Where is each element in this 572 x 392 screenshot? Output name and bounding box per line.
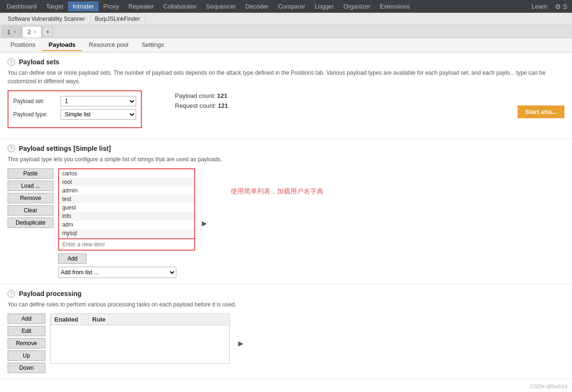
nav-item-extensions[interactable]: Extensions: [375, 1, 415, 11]
proc-table-header: Enabled Rule: [51, 314, 229, 325]
tab-payloads[interactable]: Payloads: [42, 39, 82, 51]
top-nav: Dashboard Target Intruder Proxy Repeater…: [0, 0, 572, 13]
proc-table-wrapper: Enabled Rule: [50, 314, 230, 364]
proc-scroll-arrow[interactable]: ▶: [238, 340, 243, 347]
nav-item-target[interactable]: Target: [42, 1, 68, 11]
tab-1-close[interactable]: ×: [13, 29, 16, 35]
tab-1[interactable]: 1 ×: [2, 26, 21, 37]
tab-resource-pool[interactable]: Resource pool: [82, 39, 135, 51]
nav-item-comparer[interactable]: Comparer: [273, 1, 310, 11]
proc-col-enabled-header: Enabled: [51, 314, 88, 325]
tab-1-label: 1: [7, 28, 10, 35]
nav-item-sequencer[interactable]: Sequencer: [201, 1, 241, 11]
tab-settings[interactable]: Settings: [135, 39, 171, 51]
extension-bar: Software Vulnerability Scanner BurpJSLin…: [0, 13, 572, 25]
proc-down-button[interactable]: Down: [8, 363, 45, 373]
sub-tab-row: Positions Payloads Resource pool Setting…: [0, 38, 572, 52]
list-box-area: carlos root admin test guest info adm my…: [58, 168, 195, 278]
add-from-list-select[interactable]: Add from list ...: [58, 267, 176, 278]
tab-2[interactable]: 2 ×: [22, 26, 42, 37]
request-count-value: 121: [218, 102, 228, 109]
chinese-annotation: 使用简单列表，加载用户名字典: [231, 187, 323, 196]
proc-table-body: [51, 325, 229, 363]
payload-type-label: Payload type:: [13, 111, 61, 118]
list-item[interactable]: admin: [59, 186, 194, 195]
payload-processing-help[interactable]: ?: [8, 290, 15, 297]
add-button[interactable]: Add: [58, 253, 87, 264]
list-item[interactable]: root: [59, 178, 194, 186]
main-content: ? Payload sets You can define one or mor…: [0, 52, 572, 392]
scroll-right-arrow[interactable]: ▶: [202, 219, 207, 227]
payload-sets-section: ? Payload sets You can define one or mor…: [0, 52, 572, 139]
proc-remove-button[interactable]: Remove: [8, 338, 45, 348]
nav-item-organizer[interactable]: Organizer: [338, 1, 375, 11]
settings-gear-icon[interactable]: ⚙ S: [552, 1, 570, 12]
list-item[interactable]: guest: [59, 203, 194, 212]
new-item-input[interactable]: [58, 239, 195, 251]
payload-form: Payload set: 1 2 3 Payload type: Simple …: [8, 90, 142, 128]
load-button[interactable]: Load ...: [8, 181, 53, 191]
list-action-buttons: Paste Load ... Remove Clear Deduplicate: [8, 168, 53, 228]
payload-listbox[interactable]: carlos root admin test guest info adm my…: [58, 168, 195, 239]
payload-sets-title: Payload sets: [19, 58, 60, 66]
payload-processing-title: Payload processing: [19, 290, 81, 297]
list-item[interactable]: info: [59, 212, 194, 220]
list-item[interactable]: adm: [59, 220, 194, 229]
payload-type-select[interactable]: Simple list Runtime file Custom iterator…: [61, 109, 136, 120]
list-item[interactable]: carlos: [59, 169, 194, 178]
proc-up-button[interactable]: Up: [8, 350, 45, 361]
nav-item-collaborator[interactable]: Collaborator: [158, 1, 201, 11]
payload-set-label: Payload set:: [13, 98, 61, 105]
payload-processing-section: ? Payload processing You can define rule…: [0, 284, 572, 379]
payload-processing-desc: You can define rules to perform various …: [8, 300, 564, 309]
processing-action-buttons: Add Edit Remove Up Down: [8, 314, 45, 373]
nav-item-decoder[interactable]: Decoder: [241, 1, 273, 11]
payload-settings-help[interactable]: ?: [8, 145, 15, 152]
payload-settings-desc: This payload type lets you configure a s…: [8, 155, 564, 164]
ext-item-jslinkfinder[interactable]: BurpJSLinkFinder: [90, 15, 145, 23]
request-count-label: Request count:: [175, 102, 216, 109]
proc-col-rule-header: Rule: [88, 314, 229, 325]
new-tab-button[interactable]: +: [43, 26, 53, 37]
remove-button[interactable]: Remove: [8, 193, 53, 203]
nav-item-intruder[interactable]: Intruder: [68, 1, 99, 11]
deduplicate-button[interactable]: Deduplicate: [8, 218, 53, 228]
ext-item-scanner[interactable]: Software Vulnerability Scanner: [3, 15, 90, 23]
paste-button[interactable]: Paste: [8, 168, 53, 179]
payload-count-label: Payload count:: [175, 92, 216, 99]
payload-settings-title: Payload settings [Simple list]: [19, 145, 111, 152]
nav-item-proxy[interactable]: Proxy: [99, 1, 124, 11]
nav-item-logger[interactable]: Logger: [310, 1, 338, 11]
start-attack-button[interactable]: Start atta...: [518, 105, 564, 118]
nav-item-repeater[interactable]: Repeater: [124, 1, 158, 11]
list-item[interactable]: test: [59, 195, 194, 203]
tab-2-close[interactable]: ×: [34, 29, 36, 35]
payload-list-area: Paste Load ... Remove Clear Deduplicate …: [8, 168, 195, 278]
proc-edit-button[interactable]: Edit: [8, 326, 45, 336]
footer-credit: CSDN @0rch1d: [530, 383, 567, 389]
processing-table: Enabled Rule: [50, 314, 230, 364]
tab-positions[interactable]: Positions: [4, 39, 42, 51]
nav-item-learn[interactable]: Learn: [527, 1, 552, 11]
nav-item-dashboard[interactable]: Dashboard: [2, 1, 42, 11]
payload-sets-desc: You can define one or more payload sets.…: [8, 69, 564, 86]
payload-set-select[interactable]: 1 2 3: [61, 96, 136, 106]
proc-add-button[interactable]: Add: [8, 314, 45, 324]
payload-sets-help[interactable]: ?: [8, 58, 15, 66]
clear-button[interactable]: Clear: [8, 205, 53, 216]
tab-2-label: 2: [27, 28, 31, 35]
payload-count-value: 121: [217, 92, 227, 99]
tab-row: 1 × 2 × +: [0, 25, 572, 38]
list-item[interactable]: mysql: [59, 229, 194, 237]
payload-counts: Payload count: 121 Request count: 121: [175, 92, 228, 112]
payload-settings-section: ? Payload settings [Simple list] This pa…: [0, 139, 572, 284]
